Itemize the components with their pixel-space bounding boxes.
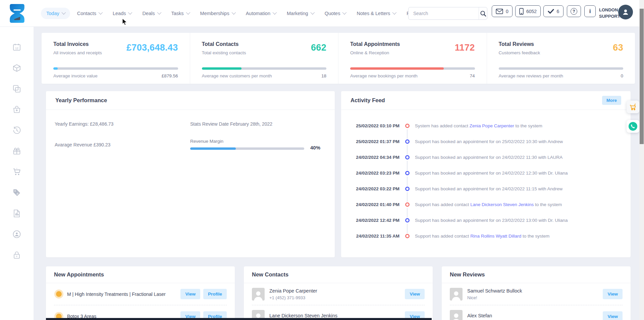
gift-icon[interactable]	[12, 146, 21, 156]
nav-automation[interactable]: Automation	[242, 8, 280, 19]
feed-text: Support has booked an appointment for on…	[415, 186, 562, 191]
svg-text:12: 12	[15, 47, 18, 50]
chevron-down-icon	[273, 10, 277, 15]
contact-phone: +1 (452) 371-9933	[269, 295, 402, 300]
price-tag-icon[interactable]: $	[12, 188, 21, 197]
nav-quotes[interactable]: Quotes	[321, 8, 350, 19]
help-button[interactable]: ?	[567, 5, 581, 17]
feed-text: Support has added contact Lane Dickerson…	[415, 202, 562, 207]
tasks-badge-button[interactable]: 6	[543, 5, 564, 17]
stat-card-total-invoices: Total Invoices All invoices and receipts…	[42, 33, 190, 84]
mail-badge-button[interactable]: 0	[492, 5, 513, 17]
progress-bar	[202, 67, 327, 70]
topbar: Today Contacts Leads Deals Tasks Members…	[0, 0, 644, 27]
feed-row: 24/02/2022 12:42 PM Support has booked a…	[349, 212, 622, 228]
revenue-margin-label: Revenue Margin	[190, 139, 223, 144]
scrollbar-track[interactable]	[639, 0, 644, 320]
view-button[interactable]: View	[603, 311, 623, 320]
card-subtitle: All invoices and receipts	[53, 50, 102, 55]
review-row: Alex Stefan View	[450, 305, 623, 320]
nav-notes-letters[interactable]: Notes & Letters	[353, 8, 399, 19]
search-icon	[480, 10, 486, 17]
card-footer-value: 74	[470, 73, 475, 78]
pabau-logo	[7, 3, 27, 23]
sidebar: 12 $	[0, 27, 34, 320]
feed-row: 24/02/2022 03:23 PM Support has booked a…	[349, 165, 622, 181]
feed-timestamp: 24/02/2022 11:35 AM	[349, 234, 399, 239]
card-footer-value: 18	[321, 73, 326, 78]
scrollbar-thumb[interactable]	[640, 9, 644, 144]
search-input[interactable]	[409, 11, 479, 16]
calendar-icon[interactable]: 12	[12, 43, 21, 52]
contact-avatar	[252, 288, 265, 301]
activity-feed-title: Activity Feed	[351, 97, 385, 104]
feed-dot-icon	[405, 234, 410, 238]
view-button[interactable]: View	[180, 289, 200, 299]
feed-text: Support has booked an appointment for on…	[415, 139, 563, 144]
card-footer-value: 0	[621, 73, 623, 78]
info-button[interactable]: i	[584, 5, 596, 17]
nav-marketing-label: Marketing	[287, 11, 308, 16]
nav-memberships[interactable]: Memberships	[196, 8, 239, 19]
profile-button[interactable]: Profile	[203, 289, 227, 299]
mail-count: 0	[506, 9, 508, 14]
reviewer-name: Alex Stefan	[467, 313, 600, 318]
feed-row: 24/02/2022 04:34 PM Support has booked a…	[349, 149, 622, 165]
review-row: Samuel Schwartz Bullock Nice! View	[450, 283, 623, 305]
cart-icon[interactable]	[12, 167, 21, 177]
nav-memberships-label: Memberships	[200, 11, 229, 16]
phone-badge-button[interactable]: 6052	[515, 5, 541, 17]
chevron-down-icon	[231, 10, 236, 15]
nav-leads[interactable]: Leads	[109, 8, 136, 19]
feed-text: Support has booked an appointment for on…	[415, 171, 568, 176]
nav-deals[interactable]: Deals	[138, 8, 164, 19]
report-icon[interactable]	[12, 209, 21, 218]
activity-feed-list: 25/02/2022 03:10 PM System has added con…	[341, 110, 631, 244]
more-button[interactable]: More	[602, 96, 621, 105]
card-value: £703,648.43	[126, 43, 178, 53]
search-button[interactable]	[479, 7, 487, 19]
card-subtitle: Total existing contacts	[202, 50, 246, 55]
feed-text: Support has booked an appointment for on…	[415, 155, 562, 160]
user-avatar[interactable]	[618, 5, 633, 19]
shopping-bag-icon[interactable]	[12, 105, 21, 114]
nav-today[interactable]: Today	[41, 8, 70, 19]
appointment-status-dot	[56, 291, 62, 297]
card-subtitle: Online & Reception	[350, 50, 400, 55]
floating-cart-button[interactable]	[627, 101, 639, 113]
lock-icon[interactable]	[12, 250, 21, 260]
nav-contacts-label: Contacts	[77, 11, 96, 16]
floating-phone-button[interactable]	[627, 120, 639, 133]
view-button[interactable]: View	[405, 289, 425, 299]
chevron-down-icon	[392, 10, 397, 15]
feed-timestamp: 25/02/2022 01:37 PM	[349, 139, 399, 144]
new-appointments-title: New Appointments	[54, 271, 104, 278]
reviewer-name: Samuel Schwartz Bullock	[467, 288, 600, 294]
dashboard-screen: Today Contacts Leads Deals Tasks Members…	[0, 0, 644, 320]
new-reviews-panel: New Reviews Samuel Schwartz Bullock Nice…	[442, 266, 631, 320]
nav-automation-label: Automation	[246, 11, 270, 16]
feed-contact-link[interactable]: Zenia Pope Carpenter	[470, 123, 514, 128]
copy-icon[interactable]	[12, 84, 21, 93]
nav-marketing[interactable]: Marketing	[283, 8, 318, 19]
package-icon[interactable]	[12, 63, 21, 73]
feed-timestamp: 24/02/2022 04:34 PM	[349, 155, 399, 160]
nav-today-label: Today	[46, 11, 59, 16]
main-nav: Today Contacts Leads Deals Tasks Members…	[41, 0, 421, 27]
phone-count: 6052	[526, 9, 537, 14]
nav-deals-label: Deals	[142, 11, 155, 16]
mobile-phone-icon	[519, 8, 524, 15]
feed-dot-icon	[405, 155, 410, 159]
feed-contact-link[interactable]: Rina Rollins Wyatt Dillard	[470, 234, 521, 239]
progress-bar	[499, 67, 624, 70]
support-person-icon[interactable]	[12, 230, 21, 239]
nav-contacts[interactable]: Contacts	[73, 8, 106, 19]
view-button[interactable]: View	[603, 289, 623, 299]
feed-timestamp: 24/02/2022 01:40 PM	[349, 202, 399, 207]
history-icon[interactable]	[12, 126, 21, 135]
person-silhouette-icon	[451, 290, 461, 301]
chevron-down-icon	[157, 10, 161, 15]
feed-contact-link[interactable]: Lane Dickerson Steven Jenkins	[470, 202, 534, 207]
nav-tasks[interactable]: Tasks	[167, 8, 193, 19]
nav-tasks-label: Tasks	[171, 11, 184, 16]
